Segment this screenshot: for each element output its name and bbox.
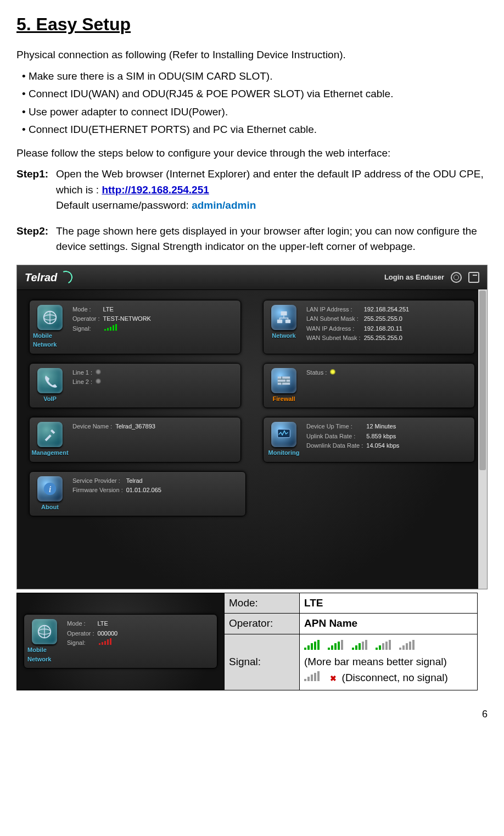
login-as-text: Login as Enduser xyxy=(384,272,444,283)
credentials: admin/admin xyxy=(192,199,256,211)
phone-icon xyxy=(37,368,63,393)
network-icon xyxy=(271,305,296,330)
gear-icon[interactable] xyxy=(451,272,462,283)
x-icon: ✖ xyxy=(330,674,337,683)
monitor-icon xyxy=(271,422,296,447)
signal-note: (Disconnect, no signal) xyxy=(342,672,448,683)
scrollbar[interactable] xyxy=(478,289,487,589)
step2-label: Step2: xyxy=(16,224,55,239)
step2: Step2: The page shown here gets displaye… xyxy=(16,224,488,255)
bullet-item: • Use power adapter to connect IDU(Power… xyxy=(22,104,488,120)
tools-icon xyxy=(37,422,63,447)
signal-2-icon xyxy=(376,640,391,650)
bullet-item: • Connect IDU(WAN) and ODU(RJ45 & POE PO… xyxy=(22,86,488,102)
mobile-network-card[interactable]: Mobile Network Mode :LTE Operator :TEST-… xyxy=(29,300,241,354)
intro-text: Physical connection as following (Refer … xyxy=(16,47,488,63)
table-key: Mode: xyxy=(225,593,300,614)
step1-text-b: Default username/password: xyxy=(56,199,192,211)
globe-icon xyxy=(37,305,63,330)
card-label: Firewall xyxy=(273,394,295,404)
network-card[interactable]: Network LAN IP Address :192.168.254.251 … xyxy=(263,300,475,354)
card-label: About xyxy=(41,503,59,512)
card-label: Mobile Network xyxy=(33,331,67,349)
card-label: Network xyxy=(272,331,295,341)
table-val: LTE xyxy=(300,593,477,614)
management-card[interactable]: Management Device Name :Telrad_367893 xyxy=(29,417,241,462)
follow-text: Please follow the steps below to configu… xyxy=(16,146,488,161)
signal-0-icon xyxy=(304,671,320,681)
signal-bars-icon xyxy=(99,638,111,645)
table-key: Operator: xyxy=(225,614,300,634)
signal-bars-icon xyxy=(104,324,117,331)
ip-link[interactable]: http://192.168.254.251 xyxy=(102,184,209,196)
signal-3-icon xyxy=(352,640,367,650)
bulb-icon xyxy=(330,369,335,375)
logo-swish-icon xyxy=(58,269,75,286)
table-val: (More bar means better signal) ✖ (Discon… xyxy=(300,634,477,690)
table-key: Signal: xyxy=(225,634,300,690)
svg-rect-5 xyxy=(278,376,290,384)
signal-table: Mobile Network Mode :LTE Operator :00000… xyxy=(16,593,478,691)
step1: Step1: Open the Web browser (Internet Ex… xyxy=(16,166,488,214)
svg-rect-3 xyxy=(277,319,282,323)
svg-rect-4 xyxy=(285,319,290,323)
bulb-icon xyxy=(96,369,101,375)
firewall-card[interactable]: Firewall Status : xyxy=(263,363,475,409)
svg-rect-2 xyxy=(281,311,287,315)
screenshot-header: Telrad Login as Enduser xyxy=(17,265,487,290)
svg-text:i: i xyxy=(49,483,52,494)
firewall-icon xyxy=(271,368,296,393)
table-val: APN Name xyxy=(300,614,477,634)
info-icon: i xyxy=(37,476,63,501)
about-card[interactable]: i About Service Provider :Telrad Firmwar… xyxy=(29,471,246,517)
card-label: Monitoring xyxy=(268,448,300,458)
monitoring-card[interactable]: Monitoring Device Up Time :12 Minutes Up… xyxy=(263,417,475,462)
card-label: Management xyxy=(31,448,68,458)
bulb-icon xyxy=(96,378,101,384)
signal-5-icon xyxy=(304,640,320,650)
signal-4-icon xyxy=(328,640,343,650)
step1-label: Step1: xyxy=(16,166,55,182)
page-number: 6 xyxy=(16,707,488,722)
card-label: Mobile Network xyxy=(27,645,61,664)
mobile-network-card-small: Mobile Network Mode :LTE Operator :00000… xyxy=(24,614,217,668)
card-label: VoIP xyxy=(43,394,57,404)
bullet-list: • Make sure there is a SIM in ODU(SIM CA… xyxy=(22,69,488,138)
section-heading: 5. Easy Setup xyxy=(16,11,488,37)
voip-card[interactable]: VoIP Line 1 : Line 2 : xyxy=(29,363,241,409)
step2-text: The page shown here gets displayed in yo… xyxy=(56,225,477,253)
signal-note: (More bar means better signal) xyxy=(304,656,447,667)
bullet-item: • Connect IDU(ETHERNET PORTS) and PC via… xyxy=(22,122,488,138)
logout-icon[interactable] xyxy=(468,272,479,283)
signal-1-icon xyxy=(399,640,415,650)
globe-icon xyxy=(32,619,57,644)
telrad-logo: Telrad xyxy=(25,269,72,286)
bullet-item: • Make sure there is a SIM in ODU(SIM CA… xyxy=(22,69,488,85)
admin-screenshot: Telrad Login as Enduser Mobile Network M… xyxy=(16,265,488,589)
